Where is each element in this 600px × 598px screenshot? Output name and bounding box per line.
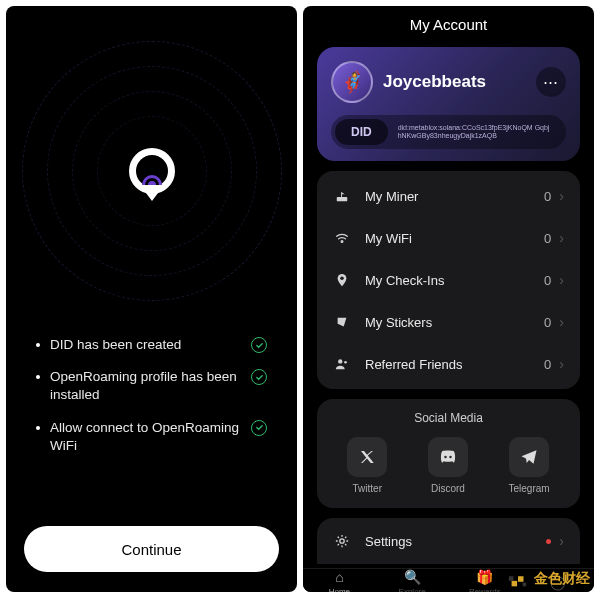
menu-count: 0 (544, 231, 551, 246)
profile-card: 🦸 Joycebbeats ⋯ DID did:metablox:solana:… (317, 47, 580, 161)
checklist-item: OpenRoaming profile has been installed (36, 368, 267, 404)
sticker-icon (333, 315, 351, 329)
onboarding-checklist: DID has been created OpenRoaming profile… (6, 336, 297, 455)
checklist-item: Allow connect to OpenRoaming WiFi (36, 419, 267, 455)
menu-referred-friends[interactable]: Referred Friends 0 › (317, 343, 580, 385)
menu-label: My Check-Ins (365, 273, 544, 288)
svg-point-2 (338, 359, 342, 363)
settings-card: Settings › (317, 518, 580, 564)
username: Joycebbeats (383, 72, 486, 92)
tab-label: Explore (399, 587, 426, 592)
telegram-icon (509, 437, 549, 477)
continue-button[interactable]: Continue (24, 526, 279, 572)
chevron-right-icon: › (559, 188, 564, 204)
check-success-icon (251, 369, 267, 385)
did-row[interactable]: DID did:metablox:solana:CCoSc13fpE3jKNoQ… (331, 115, 566, 149)
social-twitter[interactable]: Twitter (347, 437, 387, 494)
account-menu: My Miner 0 › My WiFi 0 › My Check-Ins 0 … (317, 171, 580, 389)
svg-point-1 (340, 277, 344, 281)
menu-my-miner[interactable]: My Miner 0 › (317, 175, 580, 217)
wifi-icon (333, 231, 351, 245)
menu-my-wifi[interactable]: My WiFi 0 › (317, 217, 580, 259)
menu-count: 0 (544, 189, 551, 204)
svg-point-3 (344, 361, 347, 364)
social-media-card: Social Media Twitter Discord Telegram (317, 399, 580, 508)
svg-rect-9 (509, 576, 514, 581)
chevron-right-icon: › (559, 230, 564, 246)
menu-label: My Miner (365, 189, 544, 204)
menu-my-stickers[interactable]: My Stickers 0 › (317, 301, 580, 343)
watermark: 金色财经 (507, 568, 590, 590)
pin-icon (333, 273, 351, 287)
gift-icon: 🎁 (476, 569, 493, 585)
menu-count: 0 (544, 273, 551, 288)
miner-icon (333, 189, 351, 203)
discord-icon (428, 437, 468, 477)
did-label: DID (335, 119, 388, 145)
svg-rect-7 (512, 581, 517, 587)
social-title: Social Media (327, 411, 570, 425)
friends-icon (333, 357, 351, 371)
svg-point-4 (444, 456, 447, 459)
checklist-text: OpenRoaming profile has been installed (50, 368, 241, 404)
menu-count: 0 (544, 357, 551, 372)
social-label: Twitter (353, 483, 382, 494)
avatar[interactable]: 🦸 (331, 61, 373, 103)
onboarding-screen: DID has been created OpenRoaming profile… (6, 6, 297, 592)
account-screen: My Account 🦸 Joycebbeats ⋯ DID did:metab… (303, 6, 594, 592)
menu-label: My Stickers (365, 315, 544, 330)
gear-icon (333, 534, 351, 548)
svg-rect-8 (518, 576, 524, 582)
bullet-icon (36, 343, 40, 347)
social-label: Telegram (509, 483, 550, 494)
chevron-right-icon: › (559, 356, 564, 372)
bullet-icon (36, 375, 40, 379)
search-icon: 🔍 (404, 569, 421, 585)
checklist-item: DID has been created (36, 336, 267, 354)
more-button[interactable]: ⋯ (536, 67, 566, 97)
logo-area (6, 6, 297, 336)
svg-rect-0 (337, 197, 348, 201)
menu-label: Settings (365, 534, 546, 549)
social-label: Discord (431, 483, 465, 494)
chevron-right-icon: › (559, 314, 564, 330)
watermark-icon (507, 568, 529, 590)
chevron-right-icon: › (559, 272, 564, 288)
svg-point-5 (449, 456, 452, 459)
menu-settings[interactable]: Settings › (317, 520, 580, 562)
did-value: did:metablox:solana:CCoSc13fpE3jKNoQM Gq… (388, 124, 562, 141)
tab-label: Rewards (469, 587, 501, 592)
tab-explore[interactable]: 🔍 Explore (376, 569, 449, 592)
tab-label: Home (329, 587, 350, 592)
svg-point-6 (340, 539, 344, 543)
chevron-right-icon: › (559, 533, 564, 549)
svg-rect-10 (523, 583, 527, 587)
menu-count: 0 (544, 315, 551, 330)
menu-label: Referred Friends (365, 357, 544, 372)
menu-label: My WiFi (365, 231, 544, 246)
bullet-icon (36, 426, 40, 430)
app-logo-icon (129, 148, 175, 194)
checklist-text: Allow connect to OpenRoaming WiFi (50, 419, 241, 455)
twitter-icon (347, 437, 387, 477)
menu-my-checkins[interactable]: My Check-Ins 0 › (317, 259, 580, 301)
checklist-text: DID has been created (50, 336, 241, 354)
watermark-text: 金色财经 (534, 570, 590, 588)
page-title: My Account (303, 6, 594, 41)
home-icon: ⌂ (335, 569, 343, 585)
check-success-icon (251, 420, 267, 436)
notification-dot-icon (546, 539, 551, 544)
tab-home[interactable]: ⌂ Home (303, 569, 376, 592)
social-telegram[interactable]: Telegram (509, 437, 550, 494)
social-discord[interactable]: Discord (428, 437, 468, 494)
check-success-icon (251, 337, 267, 353)
